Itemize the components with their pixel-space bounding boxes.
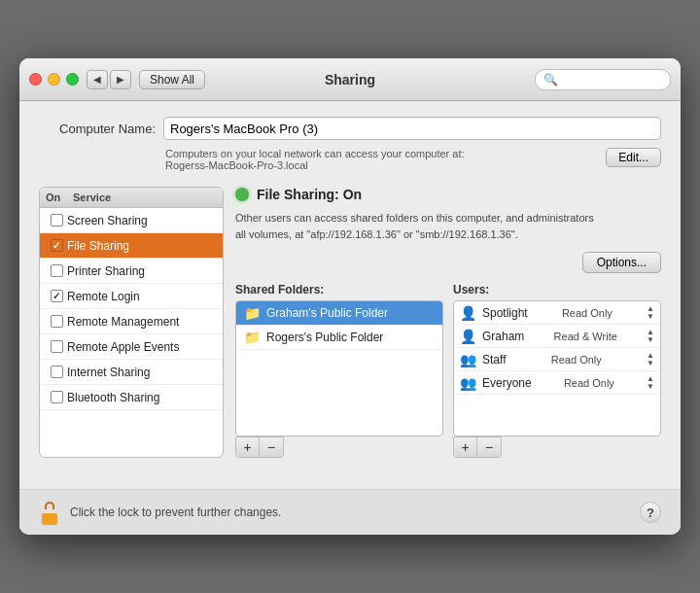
service-name-remote-login: Remote Login	[67, 290, 140, 303]
service-item-internet-sharing[interactable]: Internet Sharing	[40, 360, 223, 385]
minimize-button[interactable]	[48, 73, 60, 86]
window-title: Sharing	[325, 72, 375, 87]
options-button[interactable]: Options...	[582, 252, 661, 273]
checkbox-screen-sharing[interactable]	[46, 214, 67, 227]
lock-icon[interactable]	[39, 500, 60, 525]
titlebar: ◀ ▶ Show All Sharing 🔍	[19, 58, 681, 101]
traffic-lights	[29, 73, 79, 86]
right-panel: File Sharing: On Other users can access …	[235, 187, 661, 458]
service-item-bluetooth-sharing[interactable]: Bluetooth Sharing	[40, 385, 223, 410]
user-item-staff[interactable]: 👥 Staff Read Only ▲▼	[454, 348, 660, 371]
checkbox-remote-management[interactable]	[46, 315, 67, 328]
users-section: Users: 👤 Spotlight Read Only ▲▼	[453, 283, 661, 458]
lock-shackle	[45, 502, 54, 509]
user-item-graham[interactable]: 👤 Graham Read & Write ▲▼	[454, 325, 660, 348]
service-name-remote-apple-events: Remote Apple Events	[67, 340, 179, 354]
show-all-button[interactable]: Show All	[139, 70, 205, 89]
stepper-graham[interactable]: ▲▼	[647, 329, 654, 344]
list-item-rogers-folder[interactable]: 📁 Rogers's Public Folder	[236, 326, 442, 350]
service-item-remote-apple-events[interactable]: Remote Apple Events	[40, 334, 223, 360]
users-add-remove: + −	[453, 436, 502, 458]
search-input[interactable]	[562, 73, 662, 87]
stepper-spotlight[interactable]: ▲▼	[647, 305, 654, 321]
status-bar: File Sharing: On	[235, 187, 661, 202]
computer-name-row: Computer Name:	[39, 117, 661, 140]
user-name-staff: Staff	[482, 353, 506, 366]
checkbox-icon-screen-sharing[interactable]	[51, 214, 63, 227]
checkbox-icon-printer-sharing[interactable]	[51, 264, 63, 277]
search-box[interactable]: 🔍	[535, 69, 671, 90]
checkbox-icon-remote-management[interactable]	[51, 315, 63, 328]
remove-user-button[interactable]: −	[477, 437, 501, 457]
stepper-staff[interactable]: ▲▼	[647, 352, 654, 367]
close-button[interactable]	[29, 73, 42, 86]
services-list: On Service Screen Sharing File Sharing	[39, 187, 224, 458]
shared-folders-label: Shared Folders:	[235, 283, 443, 296]
edit-button[interactable]: Edit...	[606, 148, 661, 167]
bottom-bar: Click the lock to prevent further change…	[19, 489, 681, 535]
checkbox-remote-apple-events[interactable]	[46, 340, 67, 353]
service-name-screen-sharing: Screen Sharing	[67, 214, 148, 227]
user-name-spotlight: Spotlight	[482, 306, 528, 320]
remove-folder-button[interactable]: −	[260, 437, 283, 457]
service-name-internet-sharing: Internet Sharing	[67, 366, 150, 379]
service-item-file-sharing[interactable]: File Sharing	[40, 233, 223, 259]
list-item-grahams-folder[interactable]: 📁 Graham's Public Folder	[236, 301, 442, 326]
permission-graham: Read & Write	[554, 331, 617, 342]
col-on-label: On	[46, 192, 73, 203]
lock-text: Click the lock to prevent further change…	[70, 506, 630, 519]
checkbox-icon-bluetooth-sharing[interactable]	[51, 391, 63, 403]
maximize-button[interactable]	[66, 73, 79, 86]
computer-name-input[interactable]	[163, 117, 661, 140]
users-label: Users:	[453, 283, 661, 296]
folders-users-area: Shared Folders: 📁 Graham's Public Folder…	[235, 283, 661, 458]
checkbox-icon-file-sharing[interactable]	[51, 239, 63, 252]
status-dot	[235, 188, 249, 201]
permission-staff: Read Only	[551, 354, 602, 366]
checkbox-internet-sharing[interactable]	[46, 366, 67, 378]
folder-name-1: Graham's Public Folder	[266, 306, 388, 320]
add-folder-button[interactable]: +	[236, 437, 260, 457]
col-service-label: Service	[73, 192, 217, 203]
checkbox-remote-login[interactable]	[46, 290, 67, 302]
user-name-graham: Graham	[482, 330, 524, 343]
folders-add-remove: + −	[235, 436, 284, 458]
services-header: On Service	[40, 188, 223, 208]
service-name-remote-management: Remote Management	[67, 315, 179, 329]
forward-icon: ▶	[117, 74, 124, 85]
service-item-remote-login[interactable]: Remote Login	[40, 284, 223, 309]
network-info: Computers on your local network can acce…	[165, 148, 661, 171]
add-user-button[interactable]: +	[454, 437, 477, 457]
user-name-everyone: Everyone	[482, 376, 532, 390]
folder-name-2: Rogers's Public Folder	[266, 331, 383, 344]
network-text: Computers on your local network can acce…	[165, 148, 596, 171]
checkbox-printer-sharing[interactable]	[46, 264, 67, 277]
main-area: On Service Screen Sharing File Sharing	[39, 187, 661, 458]
user-item-everyone[interactable]: 👥 Everyone Read Only ▲▼	[454, 371, 660, 395]
options-row: Options...	[235, 252, 661, 273]
help-button[interactable]: ?	[640, 502, 661, 523]
user-item-spotlight[interactable]: 👤 Spotlight Read Only ▲▼	[454, 301, 660, 325]
users-list: 👤 Spotlight Read Only ▲▼ 👤 Graham Read &…	[453, 300, 661, 436]
content-area: Computer Name: Computers on your local n…	[19, 101, 681, 473]
status-description: Other users can access shared folders on…	[235, 210, 661, 242]
folders-section: Shared Folders: 📁 Graham's Public Folder…	[235, 283, 443, 458]
forward-button[interactable]: ▶	[110, 70, 131, 89]
checkbox-icon-remote-login[interactable]	[51, 290, 63, 302]
service-item-printer-sharing[interactable]: Printer Sharing	[40, 259, 223, 284]
checkbox-file-sharing[interactable]	[46, 239, 67, 252]
permission-everyone: Read Only	[564, 377, 614, 389]
checkbox-icon-remote-apple-events[interactable]	[51, 340, 63, 353]
checkbox-bluetooth-sharing[interactable]	[46, 391, 67, 403]
service-item-screen-sharing[interactable]: Screen Sharing	[40, 208, 223, 233]
service-name-printer-sharing: Printer Sharing	[67, 264, 145, 278]
stepper-everyone[interactable]: ▲▼	[647, 375, 654, 391]
users-controls: + −	[453, 436, 661, 458]
user-icon-spotlight: 👤	[460, 305, 476, 321]
checkbox-icon-internet-sharing[interactable]	[51, 366, 63, 378]
folder-icon-1: 📁	[244, 305, 261, 321]
service-name-bluetooth-sharing: Bluetooth Sharing	[67, 391, 159, 404]
service-item-remote-management[interactable]: Remote Management	[40, 309, 223, 334]
back-button[interactable]: ◀	[87, 70, 108, 89]
computer-name-label: Computer Name:	[39, 122, 156, 136]
